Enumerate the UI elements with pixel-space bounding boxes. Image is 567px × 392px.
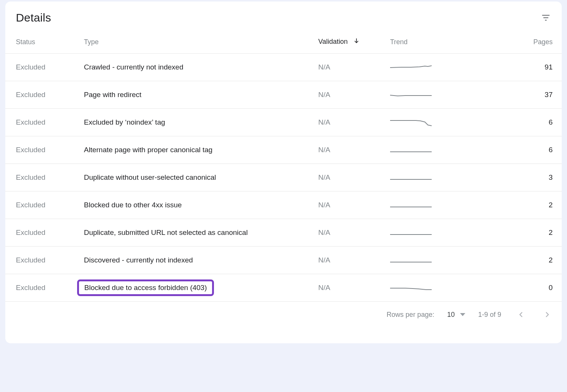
cell-validation: N/A [318,118,390,127]
cell-type: Blocked due to access forbidden (403) [84,279,318,296]
cell-status: Excluded [16,173,84,182]
cell-status: Excluded [16,228,84,237]
sparkline-icon [390,145,432,155]
cell-trend [390,200,479,210]
cell-type: Alternate page with proper canonical tag [84,146,318,154]
table-row[interactable]: ExcludedBlocked due to other 4xx issueN/… [5,191,562,219]
cell-validation: N/A [318,63,390,71]
cell-type-label: Discovered - currently not indexed [84,256,193,264]
cell-trend [390,228,479,238]
cell-status: Excluded [16,284,84,292]
cell-type-label: Blocked due to other 4xx issue [84,201,182,209]
cell-trend [390,255,479,265]
table-row[interactable]: ExcludedPage with redirectN/A37 [5,81,562,109]
cell-pages: 3 [479,173,562,182]
cell-type-label: Blocked due to access forbidden (403) [77,279,214,296]
cell-pages: 37 [479,91,562,99]
cell-trend [390,62,479,72]
cell-type: Blocked due to other 4xx issue [84,201,318,209]
table-row[interactable]: ExcludedAlternate page with proper canon… [5,136,562,164]
sparkline-icon [390,117,432,127]
cell-trend [390,283,479,293]
cell-validation: N/A [318,146,390,154]
cell-pages: 91 [479,63,562,71]
next-page-button[interactable] [541,308,554,321]
cell-trend [390,117,479,127]
cell-pages: 2 [479,256,562,264]
prev-page-button[interactable] [514,308,528,321]
details-card: Details Status Type Validation Trend Pag… [5,2,562,343]
card-header: Details [5,2,562,31]
cell-type-label: Duplicate without user-selected canonica… [84,173,216,182]
cell-validation: N/A [318,91,390,99]
col-trend[interactable]: Trend [390,38,479,46]
cell-validation: N/A [318,284,390,292]
cell-status: Excluded [16,201,84,209]
cell-validation: N/A [318,173,390,182]
cell-type: Excluded by ‘noindex’ tag [84,118,318,127]
sparkline-icon [390,228,432,238]
cell-type: Page with redirect [84,91,318,99]
table-pagination: Rows per page: 10 1-9 of 9 [5,302,562,327]
arrow-down-icon [353,37,360,47]
table-row[interactable]: ExcludedDuplicate, submitted URL not sel… [5,219,562,247]
cell-trend [390,173,479,182]
sparkline-icon [390,173,432,182]
cell-status: Excluded [16,91,84,99]
rows-per-page-label: Rows per page: [387,311,434,319]
cell-type-label: Page with redirect [84,91,141,99]
col-validation-label: Validation [318,38,348,45]
rows-per-page-value: 10 [447,311,455,319]
sparkline-icon [390,90,432,100]
cell-pages: 2 [479,228,562,237]
cell-pages: 0 [479,284,562,292]
cell-type-label: Excluded by ‘noindex’ tag [84,118,165,127]
cell-type: Crawled - currently not indexed [84,63,318,71]
sparkline-icon [390,200,432,210]
col-pages[interactable]: Pages [479,38,562,46]
details-table: Status Type Validation Trend Pages Exclu… [5,31,562,302]
table-row[interactable]: ExcludedDuplicate without user-selected … [5,164,562,191]
cell-type-label: Crawled - currently not indexed [84,63,183,71]
cell-status: Excluded [16,256,84,264]
sparkline-icon [390,62,432,72]
cell-pages: 2 [479,201,562,209]
cell-type-label: Alternate page with proper canonical tag [84,146,212,154]
page-title: Details [16,11,51,24]
cell-status: Excluded [16,118,84,127]
cell-pages: 6 [479,118,562,127]
sparkline-icon [390,255,432,265]
table-row[interactable]: ExcludedCrawled - currently not indexedN… [5,54,562,81]
rows-per-page-select[interactable]: 10 [447,311,465,319]
dropdown-icon [460,313,465,316]
cell-validation: N/A [318,228,390,237]
table-row[interactable]: ExcludedBlocked due to access forbidden … [5,274,562,302]
cell-validation: N/A [318,201,390,209]
cell-trend [390,145,479,155]
filter-icon[interactable] [541,12,551,23]
cell-type: Duplicate, submitted URL not selected as… [84,228,318,237]
cell-status: Excluded [16,146,84,154]
cell-type: Discovered - currently not indexed [84,256,318,264]
cell-type: Duplicate without user-selected canonica… [84,173,318,182]
table-row[interactable]: ExcludedDiscovered - currently not index… [5,247,562,274]
page-range: 1-9 of 9 [478,311,501,319]
sparkline-icon [390,283,432,293]
table-row[interactable]: ExcludedExcluded by ‘noindex’ tagN/A6 [5,109,562,136]
table-header: Status Type Validation Trend Pages [5,31,562,54]
col-type[interactable]: Type [84,38,318,46]
cell-type-label: Duplicate, submitted URL not selected as… [84,228,248,237]
cell-pages: 6 [479,146,562,154]
cell-trend [390,90,479,100]
col-validation[interactable]: Validation [318,37,390,47]
cell-validation: N/A [318,256,390,264]
col-status[interactable]: Status [16,38,84,46]
cell-status: Excluded [16,63,84,71]
